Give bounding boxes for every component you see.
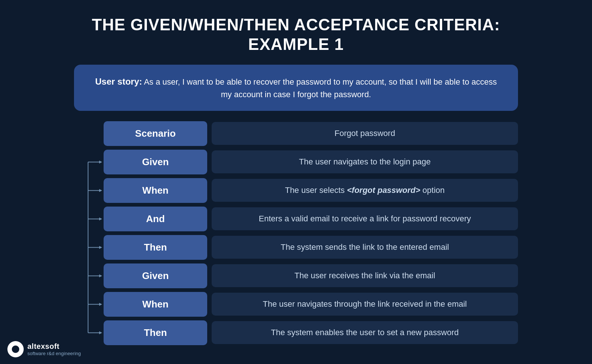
keyword-given-1: Given bbox=[104, 150, 207, 174]
row-given-1: Given The user navigates to the login pa… bbox=[74, 150, 518, 174]
row-then-2: Then The system enables the user to set … bbox=[74, 320, 518, 345]
user-story-box: User story: As a user, I want to be able… bbox=[74, 65, 518, 111]
keyword-when-1: When bbox=[104, 178, 207, 203]
keyword-scenario: Scenario bbox=[104, 121, 207, 146]
desc-and: Enters a valid email to receive a link f… bbox=[212, 207, 518, 230]
desc-given-2: The user receives the link via the email bbox=[212, 264, 518, 287]
criteria-table: Scenario Forgot password Given The user … bbox=[74, 121, 518, 349]
user-story-label: User story: bbox=[95, 76, 142, 86]
user-story-text: As a user, I want to be able to recover … bbox=[144, 77, 497, 99]
svg-point-15 bbox=[16, 347, 18, 349]
desc-then-1: The system sends the link to the entered… bbox=[212, 236, 518, 259]
row-then-1: Then The system sends the link to the en… bbox=[74, 235, 518, 260]
page-title: THE GIVEN/WHEN/THEN ACCEPTANCE CRITERIA:… bbox=[92, 15, 500, 54]
keyword-then-2: Then bbox=[104, 320, 207, 345]
main-container: THE GIVEN/WHEN/THEN ACCEPTANCE CRITERIA:… bbox=[33, 15, 559, 349]
desc-scenario: Forgot password bbox=[212, 122, 518, 145]
desc-given-1: The user navigates to the login page bbox=[212, 150, 518, 173]
logo-subtitle: software r&d engineering bbox=[27, 351, 81, 356]
keyword-given-2: Given bbox=[104, 263, 207, 288]
logo-name: altexsoft bbox=[27, 342, 81, 351]
desc-when-1: The user selects <forgot password> optio… bbox=[212, 179, 518, 202]
row-given-2: Given The user receives the link via the… bbox=[74, 263, 518, 288]
row-when-1: When The user selects <forgot password> … bbox=[74, 178, 518, 203]
row-scenario: Scenario Forgot password bbox=[74, 121, 518, 146]
keyword-and: And bbox=[104, 207, 207, 231]
logo-area: altexsoft software r&d engineering bbox=[7, 341, 81, 357]
keyword-when-2: When bbox=[104, 292, 207, 317]
logo-icon bbox=[7, 341, 24, 357]
row-and: And Enters a valid email to receive a li… bbox=[74, 207, 518, 231]
keyword-then-1: Then bbox=[104, 235, 207, 260]
desc-when-2: The user navigates through the link rece… bbox=[212, 293, 518, 316]
desc-then-2: The system enables the user to set a new… bbox=[212, 321, 518, 344]
row-when-2: When The user navigates through the link… bbox=[74, 292, 518, 317]
